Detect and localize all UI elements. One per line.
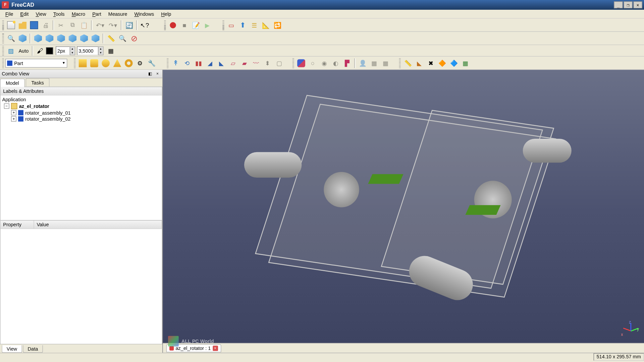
extrude-button[interactable]: ↟ — [170, 58, 181, 68]
rear-view-button[interactable] — [67, 33, 78, 44]
expander-icon[interactable]: + — [11, 110, 16, 115]
line-value-spinner[interactable]: ▲▼ — [98, 46, 103, 55]
torus-primitive-button[interactable] — [123, 58, 134, 68]
apply-style-button[interactable]: ▦ — [106, 45, 116, 56]
measure-icon[interactable]: 📐 — [261, 20, 271, 31]
tab-model[interactable]: Model — [0, 79, 25, 87]
menu-windows[interactable]: Windows — [131, 10, 158, 17]
property-header[interactable]: Property — [0, 221, 34, 229]
cylinder-primitive-button[interactable] — [89, 58, 100, 68]
refresh-button[interactable]: 🔄 — [124, 20, 135, 31]
fillet-button[interactable]: ◢ — [205, 58, 216, 68]
front-view-button[interactable] — [33, 33, 44, 44]
undo-button[interactable]: ↶▾ — [94, 20, 106, 31]
revolve-button[interactable]: ⟲ — [182, 58, 193, 68]
menu-tools[interactable]: Tools — [50, 10, 68, 17]
value-header[interactable]: Value — [34, 221, 162, 229]
macro-edit-button[interactable]: 📝 — [191, 20, 201, 31]
boolean-cut-button[interactable] — [296, 58, 307, 68]
paste-button[interactable]: 📋 — [79, 20, 90, 31]
macro-stop-button[interactable]: ■ — [179, 20, 190, 31]
line-width-input[interactable]: 2px — [56, 46, 70, 55]
line-value-input[interactable]: 3,5000 — [77, 46, 98, 55]
construction-mode-icon[interactable]: ▨ — [6, 45, 16, 56]
close-button[interactable]: × — [633, 1, 642, 8]
primitives-button[interactable]: ⚙ — [135, 58, 146, 68]
mirror-button[interactable]: ▮▮ — [193, 58, 204, 68]
make-solid-button[interactable]: 👤 — [358, 58, 368, 68]
loft-button[interactable]: ▰ — [239, 58, 250, 68]
thickness-button[interactable]: ▢ — [274, 58, 284, 68]
open-button[interactable] — [17, 20, 28, 31]
tab-view[interactable]: View — [2, 345, 22, 353]
zoom-button[interactable]: 🔍 — [117, 33, 128, 44]
iso-view-button[interactable] — [17, 33, 28, 44]
extrude-icon[interactable]: ⬆ — [237, 20, 248, 31]
ruled-surface-button[interactable]: ▱ — [228, 58, 238, 68]
sweep-button[interactable]: 〰 — [251, 58, 262, 68]
cut-button[interactable]: ✂ — [56, 20, 66, 31]
compound-button[interactable]: ▛ — [342, 58, 353, 68]
boolean-intersect-button[interactable]: ◉ — [319, 58, 330, 68]
chamfer-button[interactable]: ◣ — [216, 58, 227, 68]
shape-builder-button[interactable]: 🔧 — [146, 58, 157, 68]
bottom-view-button[interactable] — [79, 33, 90, 44]
left-view-button[interactable] — [90, 33, 101, 44]
menu-measure[interactable]: Measure — [105, 10, 131, 17]
tree-document[interactable]: − az_el_rotator — [2, 103, 160, 110]
shape1-button[interactable]: ▦ — [369, 58, 380, 68]
macro-run-button[interactable]: ▶ — [202, 20, 213, 31]
offset-button[interactable]: ⬍ — [262, 58, 273, 68]
menu-part[interactable]: Part — [89, 10, 105, 17]
copy-button[interactable]: ⧉ — [67, 20, 78, 31]
tree-item[interactable]: + rotator_assembly_01 — [2, 110, 160, 116]
boolean-section-button[interactable]: ◐ — [330, 58, 341, 68]
whats-this-button[interactable]: ↖? — [139, 20, 150, 31]
box-primitive-button[interactable] — [77, 58, 88, 68]
no-entry-icon[interactable]: ⊘ — [129, 33, 140, 44]
watermark-logo-icon — [168, 336, 179, 347]
tree-item[interactable]: + rotator_assembly_02 — [2, 116, 160, 122]
3d-viewport[interactable]: ALL PC World z y — [163, 70, 644, 353]
sphere-primitive-button[interactable] — [100, 58, 111, 68]
drawing-button[interactable]: ▭ — [226, 20, 237, 31]
tab-data[interactable]: Data — [23, 345, 43, 353]
fit-all-button[interactable]: 🔍 — [6, 33, 16, 44]
save-button[interactable] — [29, 20, 40, 31]
panel-close-button[interactable]: × — [154, 71, 160, 77]
line-width-spinner[interactable]: ▲▼ — [70, 46, 75, 55]
toggle-3d-button[interactable]: 🔶 — [437, 58, 448, 68]
shape2-button[interactable]: ▦ — [380, 58, 391, 68]
sync-icon[interactable]: 🔁 — [272, 20, 283, 31]
top-view-button[interactable] — [44, 33, 55, 44]
restore-button[interactable]: ❐ — [624, 1, 632, 8]
expander-icon[interactable]: + — [11, 116, 16, 122]
measure-distance-button[interactable]: 📏 — [106, 33, 116, 44]
color-swatch[interactable] — [46, 47, 53, 54]
model-tree[interactable]: Application − az_el_rotator + rotator_as… — [0, 96, 162, 220]
menu-file[interactable]: File — [2, 10, 17, 17]
redo-button[interactable]: ↷▾ — [107, 20, 119, 31]
workbench-selector[interactable]: Part ▼ — [5, 59, 67, 67]
layers-icon[interactable]: ☰ — [249, 20, 260, 31]
brush-icon[interactable]: 🖌 — [35, 45, 46, 56]
print-button[interactable]: 🖨 — [40, 20, 51, 31]
expander-icon[interactable]: − — [4, 104, 9, 109]
menu-help[interactable]: Help — [158, 10, 175, 17]
toggle-all-button[interactable]: ▦ — [460, 58, 471, 68]
minimize-button[interactable]: _ — [614, 1, 623, 8]
clear-measure-button[interactable]: ✖ — [426, 58, 436, 68]
new-button[interactable] — [6, 20, 16, 31]
menu-view[interactable]: View — [32, 10, 50, 17]
right-view-button[interactable] — [56, 33, 66, 44]
cone-primitive-button[interactable] — [112, 58, 123, 68]
boolean-union-button[interactable]: ○ — [307, 58, 318, 68]
toggle-delta-button[interactable]: 🔷 — [448, 58, 459, 68]
panel-float-button[interactable]: ◧ — [147, 71, 153, 77]
tab-tasks[interactable]: Tasks — [25, 78, 49, 86]
measure-angular-button[interactable]: ◣ — [414, 58, 425, 68]
measure-linear-button[interactable]: 📏 — [402, 58, 413, 68]
menu-edit[interactable]: Edit — [17, 10, 32, 17]
macro-record-button[interactable] — [168, 20, 178, 31]
menu-macro[interactable]: Macro — [68, 10, 89, 17]
